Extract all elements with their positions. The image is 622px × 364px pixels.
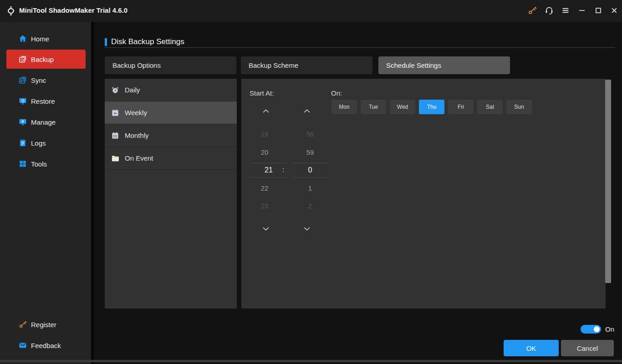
tab-schedule-settings[interactable]: Schedule Settings [378,56,510,74]
frequency-panel: Daily Weekly [105,79,237,308]
minute-spin-down-button[interactable] [302,226,311,232]
restore-icon [18,96,27,106]
sidebar-item-backup[interactable]: Backup [6,50,86,69]
hour-spin-down-button[interactable] [261,226,270,232]
day-button-sun[interactable]: Sun [506,100,532,114]
calendar-week-icon [111,108,120,117]
ok-button[interactable]: OK [504,340,559,356]
day-button-sat[interactable]: Sat [477,100,503,114]
minute-option[interactable]: 59 [292,149,328,156]
toggle-knob [594,326,600,332]
tab-backup-options[interactable]: Backup Options [105,56,236,74]
schedule-panel: Start At: 19 20 21 22 23 : 58 59 0 1 2 O… [241,79,606,308]
cancel-button[interactable]: Cancel [561,340,614,356]
frequency-label: Monthly [125,131,149,139]
sidebar-item-logs[interactable]: Logs [6,133,86,152]
title-accent-bar [105,38,107,46]
sidebar-item-feedback[interactable]: Feedback [6,336,86,355]
sidebar-item-manage[interactable]: Manage [6,112,86,131]
selected-minute-value[interactable]: 0 [292,163,328,177]
sidebar-item-label: Logs [31,139,46,147]
schedule-toggle[interactable] [581,325,601,334]
folder-icon [111,154,120,163]
license-key-icon[interactable] [526,4,539,17]
on-label: On: [331,89,342,97]
register-key-icon [18,320,27,329]
sidebar-item-label: Home [31,35,49,43]
minute-option[interactable]: 58 [292,131,328,138]
day-button-fri[interactable]: Fri [448,100,474,114]
menu-icon[interactable] [559,4,572,17]
close-button[interactable] [608,4,621,17]
time-separator: : [279,163,288,177]
logs-icon [18,138,27,147]
scrollbar-thumb[interactable] [605,80,611,283]
sidebar-item-label: Restore [31,97,55,105]
hour-option[interactable]: 19 [246,131,283,138]
sidebar-item-label: Backup [31,56,54,63]
frequency-option-on-event[interactable]: On Event [105,147,237,170]
tools-icon [18,159,27,168]
frequency-option-daily[interactable]: Daily [105,79,237,101]
sidebar-item-label: Register [31,321,56,329]
titlebar: MiniTool ShadowMaker Trial 4.6.0 [0,0,622,22]
frequency-option-monthly[interactable]: Monthly [105,124,237,147]
page-title: Disk Backup Settings [111,37,184,46]
minute-option[interactable]: 1 [292,185,328,192]
sidebar-item-label: Sync [31,76,46,84]
minute-spin-up-button[interactable] [302,108,311,114]
frequency-label: Daily [125,86,140,94]
support-headset-icon[interactable] [543,4,556,17]
sidebar: Home Backup Sync [0,22,91,364]
calendar-month-icon [111,131,120,140]
sidebar-item-sync[interactable]: Sync [6,71,86,90]
app-window: MiniTool ShadowMaker Trial 4.6.0 [0,0,622,364]
sidebar-item-label: Feedback [31,342,61,349]
header-divider [105,47,615,48]
hour-spin-up-button[interactable] [261,108,270,114]
start-at-label: Start At: [250,89,274,97]
alarm-clock-icon [111,86,120,95]
hour-option[interactable]: 22 [246,185,283,192]
hour-option[interactable]: 20 [246,149,283,156]
sidebar-item-home[interactable]: Home [6,29,86,48]
home-icon [18,34,27,43]
hour-option[interactable]: 23 [246,202,283,210]
tab-backup-scheme[interactable]: Backup Scheme [241,56,372,74]
day-button-mon[interactable]: Mon [331,100,357,114]
sync-icon [18,76,27,85]
backup-icon [18,55,27,64]
sidebar-item-label: Tools [31,160,47,168]
minute-option[interactable]: 2 [292,202,328,210]
day-button-tue[interactable]: Tue [361,100,386,114]
frequency-label: Weekly [125,109,147,116]
feedback-envelope-icon [18,341,27,350]
manage-icon [18,117,27,126]
sidebar-item-label: Manage [31,118,56,126]
window-title: MiniTool ShadowMaker Trial 4.6.0 [19,6,127,14]
sidebar-item-tools[interactable]: Tools [6,154,86,173]
frequency-option-weekly[interactable]: Weekly [105,101,237,124]
window-bottom-border [0,360,622,362]
toggle-state-label: On [605,325,614,334]
sidebar-item-restore[interactable]: Restore [6,91,86,111]
day-button-thu[interactable]: Thu [419,100,444,114]
maximize-button[interactable] [592,4,605,17]
day-button-wed[interactable]: Wed [390,100,415,114]
sidebar-item-register[interactable]: Register [6,315,86,334]
frequency-label: On Event [125,154,153,162]
minimize-button[interactable] [576,4,588,17]
minitool-logo-icon [5,5,16,16]
sidebar-divider [91,22,94,364]
